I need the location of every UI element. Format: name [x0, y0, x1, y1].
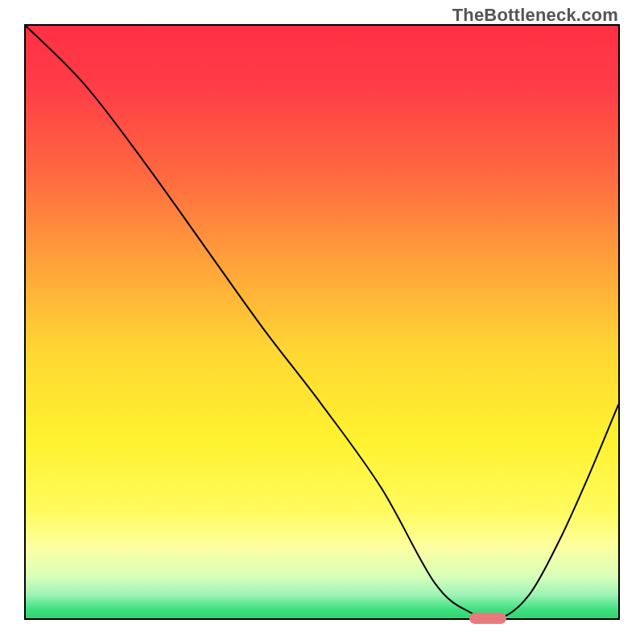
optimal-marker-icon [469, 613, 506, 624]
chart-stage: TheBottleneck.com [0, 0, 644, 644]
chart-plot-area [24, 24, 620, 620]
chart-curve [26, 26, 618, 618]
watermark-text: TheBottleneck.com [452, 5, 618, 26]
